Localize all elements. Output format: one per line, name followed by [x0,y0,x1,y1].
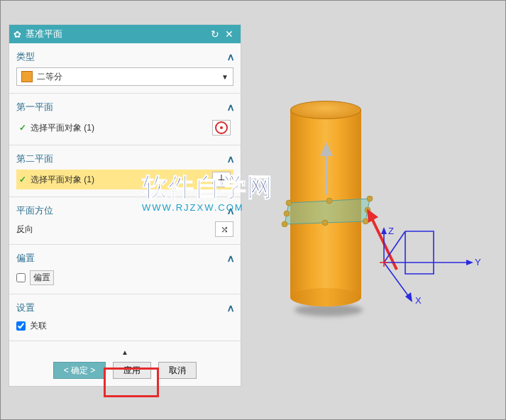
section-type: 类型 ʌ 二等分 ▼ [9,43,241,94]
section-settings-label: 设置 [16,302,35,314]
chevron-up-icon: ʌ [228,205,233,216]
ok-button[interactable]: < 确定 > [53,362,106,379]
section-type-label: 类型 [16,50,35,63]
section-plane2: 第二平面 ʌ ✓ 选择平面对象 (1) ┼ [9,145,241,197]
svg-point-2 [326,198,332,204]
section-plane2-header[interactable]: 第二平面 ʌ [16,150,233,170]
section-settings: 设置 ʌ 关联 [9,294,241,341]
normal-arrow [320,142,333,194]
panel-footer: ▲ < 确定 > 应用 取消 [9,341,241,386]
svg-point-8 [284,211,290,216]
section-orient-label: 平面方位 [16,204,53,217]
section-plane1-header[interactable]: 第一平面 ʌ [16,98,233,118]
swap-direction-button[interactable]: ⤭ [215,221,233,237]
datum-plane-panel: ✿ 基准平面 ↻ ✕ 类型 ʌ 二等分 ▼ 第一平面 ʌ ✓ 选择平面对象 (1… [9,24,241,387]
plane2-select-row[interactable]: ✓ 选择平面对象 (1) ┼ [16,170,233,189]
panel-title: 基准平面 [26,28,62,40]
section-offset-label: 偏置 [16,252,35,265]
offset-checkbox-label: 偏置 [30,270,54,285]
refresh-icon[interactable]: ↻ [208,28,222,40]
section-orient-header[interactable]: 平面方位 ʌ [16,201,233,221]
chevron-down-icon: ▼ [221,73,229,81]
svg-point-3 [367,196,373,201]
section-plane1-label: 第一平面 [16,101,53,114]
svg-point-7 [282,221,287,227]
gear-icon: ✿ [13,29,21,40]
plane1-select-text: 选择平面对象 (1) [31,122,208,134]
check-icon: ✓ [19,123,26,133]
section-settings-header[interactable]: 设置 ʌ [16,299,233,319]
triangle-up-icon[interactable]: ▲ [121,348,128,356]
type-dropdown-value: 二等分 [37,71,221,83]
axis-y-label: Y [475,257,481,267]
target-icon[interactable] [212,120,231,136]
axis-z-label: Z [388,227,394,236]
section-orient: 平面方位 ʌ 反向 ⤭ [9,197,241,245]
section-plane2-label: 第二平面 [16,153,53,165]
assoc-checkbox-label: 关联 [30,320,47,332]
type-dropdown[interactable]: 二等分 ▼ [16,67,233,86]
section-plane1: 第一平面 ʌ ✓ 选择平面对象 (1) [9,94,241,145]
pick-icon[interactable]: ┼ [212,172,231,187]
panel-header[interactable]: ✿ 基准平面 ↻ ✕ [9,25,241,43]
section-type-header[interactable]: 类型 ʌ [16,48,233,67]
svg-point-1 [286,200,292,206]
cancel-button[interactable]: 取消 [158,362,197,379]
chevron-up-icon: ʌ [228,101,233,113]
plane1-select-row[interactable]: ✓ 选择平面对象 (1) [16,118,233,138]
section-offset-header[interactable]: 偏置 ʌ [16,249,233,269]
svg-point-6 [322,220,328,226]
chevron-up-icon: ʌ [228,51,233,62]
check-icon: ✓ [19,175,26,184]
chevron-up-icon: ʌ [228,302,233,314]
orient-value: 反向 [16,223,33,236]
bisect-icon [21,71,33,82]
assoc-checkbox[interactable] [16,321,26,331]
close-icon[interactable]: ✕ [222,28,236,40]
viewport-3d[interactable]: Z Y X [252,0,506,365]
offset-checkbox[interactable] [16,273,26,282]
chevron-up-icon: ʌ [228,153,233,165]
svg-marker-12 [466,260,473,265]
coordinate-system: Z Y X [380,227,486,315]
plane2-select-text: 选择平面对象 (1) [31,174,208,186]
svg-marker-11 [381,227,387,234]
chevron-up-icon: ʌ [228,253,233,264]
section-offset: 偏置 ʌ 偏置 [9,245,241,294]
apply-button[interactable]: 应用 [113,362,151,379]
